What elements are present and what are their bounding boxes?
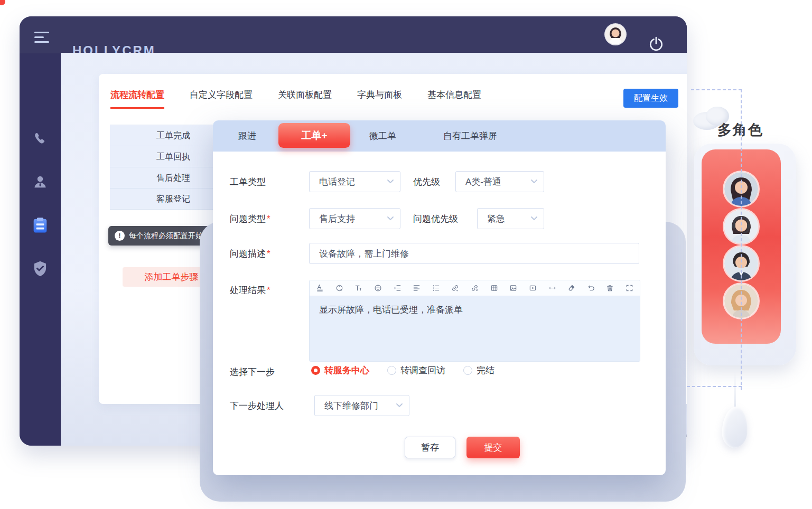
modal-tabbar: 跟进 工单+ 微工单 自有工单弹屏 [213,120,666,152]
submit-button[interactable]: 提交 [466,437,520,458]
image-icon[interactable] [509,284,517,292]
font-underline-icon[interactable] [316,284,324,292]
tab-related-panel[interactable]: 关联面板配置 [278,89,332,109]
tab-flow-config[interactable]: 流程流转配置 [110,89,164,109]
problem-priority-select[interactable]: 紧急 [477,208,544,229]
tab-dictionary-panel[interactable]: 字典与面板 [357,89,402,109]
radio-unselected[interactable] [463,366,472,375]
priority-select[interactable]: A类-普通 [455,171,544,192]
work-order-type-value: 电话登记 [319,176,355,188]
fullscreen-icon[interactable] [626,284,633,292]
chevron-down-icon [396,403,403,408]
chevron-down-icon [387,180,394,184]
horizontal-rule-icon[interactable] [548,284,556,292]
power-logout-icon[interactable] [648,35,665,52]
radio-selected[interactable] [311,366,320,375]
drop-stem-decoration [734,370,736,412]
problem-desc-input[interactable]: 设备故障，需上门维修 [309,243,639,264]
work-order-type-label: 工单类型 [230,176,266,188]
teardrop-decoration [721,406,749,448]
result-text: 显示屏故障，电话已受理，准备派单 [319,305,463,315]
chevron-down-icon [531,180,537,184]
radio-label-survey-callback[interactable]: 转调查回访 [400,364,445,376]
menu-hamburger-icon[interactable] [34,32,49,43]
problem-type-label: 问题类型* [230,213,270,225]
problem-desc-value: 设备故障，需上门维修 [319,248,409,260]
indent-icon[interactable] [394,284,402,292]
modal-tab-workorder-active[interactable]: 工单+ [278,123,350,148]
align-left-icon[interactable] [413,284,421,292]
next-handler-value: 线下维修部门 [324,400,378,412]
user-avatar[interactable] [605,24,626,44]
chevron-down-icon [387,216,394,221]
unlink-icon[interactable] [471,284,479,292]
shield-check-icon[interactable] [32,260,48,277]
radio-label-service-center[interactable]: 转服务中心 [324,364,369,376]
priority-label: 优先级 [413,176,440,188]
workorder-clipboard-icon-active[interactable] [32,217,48,234]
avatar-image [605,24,626,44]
problem-priority-value: 紧急 [487,213,505,225]
problem-type-value: 售后支持 [319,213,355,225]
chevron-down-icon [531,216,537,221]
palette-icon[interactable] [335,284,343,292]
result-label: 处理结果* [230,284,270,296]
text-size-icon[interactable] [354,284,362,292]
modal-tab-own-popup[interactable]: 自有工单弹屏 [443,120,497,152]
corner-red-dot [0,0,5,5]
trash-icon[interactable] [606,284,614,292]
next-step-label: 选择下一步 [230,366,275,378]
exclamation-icon: ! [115,231,125,241]
next-handler-select[interactable]: 线下维修部门 [314,395,409,416]
table-icon[interactable] [490,284,498,292]
next-handler-label: 下一步处理人 [230,400,284,412]
problem-type-select[interactable]: 售后支持 [309,208,400,229]
unordered-list-icon[interactable] [432,284,440,292]
radio-unselected[interactable] [387,366,396,375]
save-draft-button[interactable]: 暂存 [405,437,455,458]
video-icon[interactable] [529,284,537,292]
work-order-type-select[interactable]: 电话登记 [309,171,400,192]
config-apply-button[interactable]: 配置生效 [623,89,678,108]
workorder-modal: 跟进 工单+ 微工单 自有工单弹屏 工单类型 电话登记 优先级 A类-普通 问题… [213,120,666,475]
dashed-line-horizontal-bottom [687,386,742,387]
next-step-radio-group: 转服务中心 转调查回访 完结 [311,364,494,376]
problem-desc-label: 问题描述* [230,248,270,260]
config-tabs: 流程流转配置 自定义字段配置 关联面板配置 字典与面板 基本信息配置 [110,89,481,109]
tab-custom-fields[interactable]: 自定义字段配置 [190,89,253,109]
result-rich-editor[interactable]: 显示屏故障，电话已受理，准备派单 [309,280,640,362]
modal-tab-micro-workorder[interactable]: 微工单 [369,120,396,152]
dashed-line-horizontal-top [691,89,742,90]
priority-value: A类-普通 [465,176,501,188]
radio-label-finish[interactable]: 完结 [477,364,494,376]
tab-basic-info[interactable]: 基本信息配置 [427,89,481,109]
link-icon[interactable] [451,284,459,292]
undo-icon[interactable] [587,284,595,292]
result-editor-body[interactable]: 显示屏故障，电话已受理，准备派单 [310,296,640,361]
sidebar-nav [20,53,61,446]
problem-priority-label: 问题优先级 [413,213,458,225]
phone-icon[interactable] [33,131,48,146]
emoji-icon[interactable] [374,284,382,292]
editor-toolbar [310,280,640,296]
topbar: HOLLYCRM [20,16,687,53]
dashed-line-vertical [741,89,742,390]
contact-person-icon[interactable] [32,174,48,190]
eraser-icon[interactable] [567,284,575,292]
modal-tab-followup[interactable]: 跟进 [238,120,256,152]
